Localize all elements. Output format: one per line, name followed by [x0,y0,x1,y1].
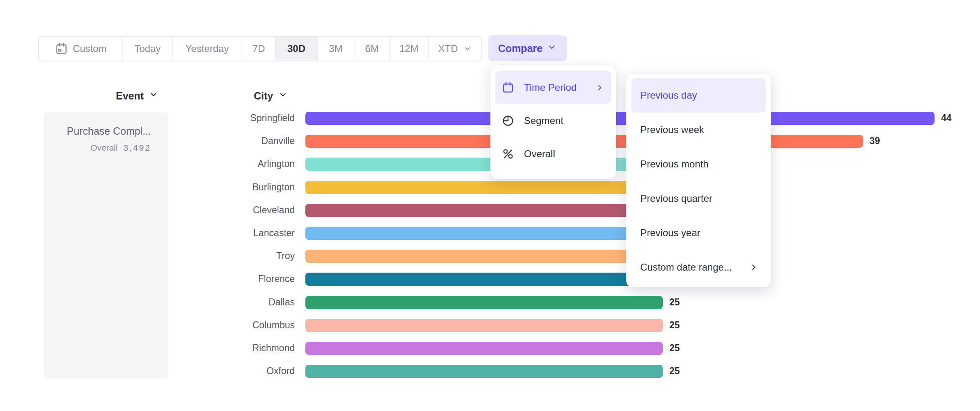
toolbar-segment-label: 7D [253,43,265,54]
toolbar-segment-custom[interactable]: Custom [39,37,122,61]
menu-item-label: Previous quarter [640,193,712,204]
chevron-right-icon [749,262,759,272]
toolbar-segment-6m[interactable]: 6M [354,37,389,61]
bar-label-florence: Florence [164,273,295,285]
menu-item-label: Previous day [640,90,697,101]
bar-florence[interactable] [305,273,677,286]
toolbar-segment-label: 12M [400,43,419,54]
compare-menu: Time PeriodSegmentOverall [490,65,616,179]
bar-label-troy: Troy [164,251,295,262]
toolbar-segment-label: Custom [73,43,107,54]
bar-label-arlington: Arlington [164,158,295,169]
event-card[interactable]: Purchase Compl... Overall3,492 [44,112,168,379]
menu-item-label: Custom date range... [640,262,732,273]
menu-item-overall[interactable]: Overall [495,137,611,170]
bar-label-columbus: Columbus [164,320,295,331]
toolbar-segment-yesterday[interactable]: Yesterday [172,37,242,61]
city-header-label: City [254,90,273,102]
toolbar-segment-3m[interactable]: 3M [317,37,354,61]
toolbar-segment-label: Today [134,43,160,54]
menu-item-previous-year[interactable]: Previous year [631,216,766,250]
toolbar-segment-12m[interactable]: 12M [389,37,428,61]
menu-item-previous-week[interactable]: Previous week [631,113,766,147]
bar-value-richmond: 25 [669,343,680,354]
bar-value-danville: 39 [869,135,880,147]
menu-item-time-period[interactable]: Time Period [495,71,611,104]
city-column-header[interactable]: City [254,90,288,102]
toolbar-segment-30d[interactable]: 30D [275,37,317,61]
bar-label-springfield: Springfield [164,113,295,124]
chevron-down-icon [463,44,472,53]
event-card-metric-value: 3,492 [123,143,151,152]
compare-button-label: Compare [498,43,542,54]
menu-item-previous-quarter[interactable]: Previous quarter [631,181,766,216]
event-card-metric-label: Overall [90,143,118,152]
menu-item-label: Previous year [640,227,700,239]
toolbar-segment-label: 6M [365,43,379,54]
toolbar-segment-label: XTD [438,43,458,54]
bar-value-oxford: 25 [669,366,680,377]
event-column-header[interactable]: Event [116,90,158,102]
segment-icon [502,115,514,127]
toolbar-segment-label: 30D [287,43,305,54]
toolbar-segment-label: Yesterday [185,43,229,54]
time-period-submenu: Previous dayPrevious weekPrevious monthP… [626,74,771,287]
compare-button[interactable]: Compare [488,35,567,61]
date-range-toolbar: CustomTodayYesterday7D30D3M6M12MXTD [38,36,482,61]
menu-item-label: Overall [524,148,555,160]
bar-value-springfield: 44 [941,113,952,124]
menu-item-segment[interactable]: Segment [495,104,611,137]
bar-label-danville: Danville [164,135,295,147]
bar-label-dallas: Dallas [164,297,295,308]
toolbar-segment-xtd[interactable]: XTD [428,37,481,61]
app-screen: Springfield44Danville39ArlingtonBurlingt… [0,0,980,411]
event-header-label: Event [116,90,144,102]
percent-icon [502,148,514,160]
toolbar-segment-label: 3M [329,43,342,54]
menu-item-label: Segment [524,115,563,126]
chevron-down-icon [546,42,557,55]
menu-item-previous-month[interactable]: Previous month [631,147,766,181]
bar-label-cleveland: Cleveland [164,205,295,216]
menu-item-custom-date-range[interactable]: Custom date range... [631,250,766,285]
bar-columbus[interactable] [305,319,663,332]
bar-dallas[interactable] [305,296,663,309]
event-card-metric: Overall3,492 [44,143,151,153]
toolbar-segment-7d[interactable]: 7D [242,37,275,61]
bar-label-richmond: Richmond [164,343,295,354]
chevron-down-icon [278,90,288,102]
bar-label-oxford: Oxford [164,366,295,377]
bar-label-burlington: Burlington [164,182,295,193]
bar-oxford[interactable] [305,365,663,378]
toolbar-segment-today[interactable]: Today [122,37,172,61]
menu-item-label: Time Period [524,82,576,93]
bar-value-columbus: 25 [669,320,680,331]
bar-richmond[interactable] [305,342,663,355]
calendar-icon [502,81,514,94]
bar-springfield[interactable] [305,112,935,125]
bar-value-dallas: 25 [669,297,680,308]
menu-item-label: Previous week [640,124,704,135]
chevron-right-icon [595,83,605,93]
calendar-icon [55,42,68,55]
chevron-down-icon [149,90,158,102]
menu-item-previous-day[interactable]: Previous day [631,78,766,113]
event-card-title: Purchase Compl... [44,125,151,137]
bar-label-lancaster: Lancaster [164,228,295,239]
menu-item-label: Previous month [640,158,709,170]
